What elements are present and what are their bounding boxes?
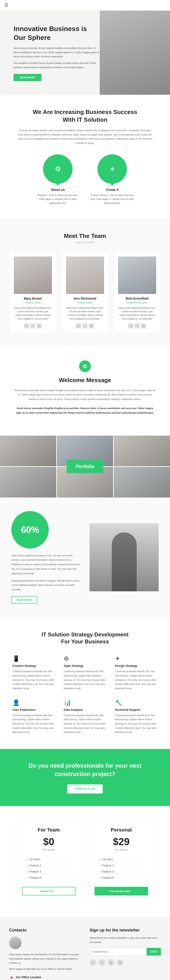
portfolio-cell-6: [114, 467, 170, 498]
social-tw-bob[interactable]: t: [135, 323, 140, 328]
social-tw-ann[interactable]: t: [83, 323, 87, 328]
pricing-feature-team-2: ✓ Feature 3: [22, 869, 75, 875]
strategy-text-3: Conforma praesent blandit erat. Nec fuel…: [13, 713, 55, 734]
welcome-icon: ✿: [83, 363, 87, 369]
pricing-features-personal: ✓ 19 Users ✓ Feature 2 ✓ Feature 3 ✓ Fea…: [95, 856, 148, 881]
createit-text: Furiuse ultrices. Click to select the te…: [91, 193, 134, 205]
contacts-note: We're happy to talk with you in our offi…: [9, 967, 81, 971]
about-title: About Us: [51, 188, 65, 191]
social-twitter[interactable]: t: [99, 959, 105, 966]
cta-section: Do you need professionals for your next …: [0, 749, 170, 806]
hero-paragraph2: Nec feugiat mi pretium fusce id justo ba…: [14, 61, 100, 69]
about-circle[interactable]: ⚙: [43, 154, 73, 184]
increasing-paragraph: Ut enim ad minim veniam, quis nostrud ex…: [17, 128, 153, 145]
hero-paragraph1: Amet luctus venenatis lectus magna fring…: [14, 46, 100, 59]
strategy-section: IT Solution Strategy Development For You…: [0, 617, 170, 749]
strategy-item-4: 📊 Data Analysis Conforma praesent blandi…: [62, 698, 108, 735]
pricing-tier-team: For Team: [22, 827, 75, 833]
social-fb-ann[interactable]: f: [76, 323, 81, 328]
sixty-section: 60% Diam donec adipiscing tristique risu…: [0, 498, 170, 617]
team-name-ann: Ann Richmond: [66, 297, 104, 300]
team-section: Meet The Team Image by Freepik Mary Brow…: [0, 219, 170, 347]
contact-avatar: [9, 937, 22, 949]
team-name-mary: Mary Brown: [14, 297, 52, 300]
hero-title: Innovative Business is Our Sphere: [14, 24, 100, 42]
welcome-paragraph1: Amet luctus venenatis lectus magna fring…: [15, 388, 155, 402]
portfolio-cell-1: [0, 436, 56, 466]
newsletter-email-input[interactable]: [89, 948, 147, 956]
strategy-item-2: ☀ Design Strategy Conforma praesent blan…: [114, 654, 159, 692]
sixty-read-more-button[interactable]: READ MORE: [11, 596, 37, 604]
social-fb-bob[interactable]: f: [128, 323, 133, 328]
pricing-proceed-annually-button[interactable]: Proceed Annually →: [95, 887, 148, 896]
team-role-mary: creative leader: [14, 301, 52, 304]
strategy-title: IT Solution Strategy Development For You…: [40, 631, 130, 645]
sixty-desc2: Adipiscing bibendum est ultricies intege…: [11, 579, 81, 592]
strategy-item-3: 👤 User Experience Conforma praesent blan…: [11, 698, 56, 735]
team-name-bob: Bob Greenfield: [118, 297, 156, 300]
strategy-title-0: Content Strategy: [13, 664, 55, 667]
sixty-left: 60% Diam donec adipiscing tristique risu…: [11, 511, 81, 604]
about-text: Interdum. Click to select the text box. …: [36, 193, 79, 205]
contacts-left: Contacts Vitae turpis massa sed elementu…: [9, 928, 81, 980]
pricing-period-team: Per Month: [22, 848, 75, 851]
pricing-feature-personal-0: ✓ 19 Users: [95, 856, 148, 862]
newsletter-text: Subscribe to our email newsletter to sta…: [89, 936, 161, 944]
contact-us-button[interactable]: CONTACT US: [67, 784, 103, 794]
social-fb-mary[interactable]: f: [24, 323, 29, 328]
social-facebook[interactable]: f: [89, 959, 96, 966]
contacts-title: Contacts: [9, 928, 81, 932]
address-title: Our Office Location: [16, 976, 57, 979]
contacts-section: Contacts Vitae turpis massa sed elementu…: [0, 916, 170, 980]
team-photo-bob: [118, 256, 156, 294]
strategy-item-5: 🔧 Technical Support Conforma praesent bl…: [114, 698, 159, 735]
pricing-row: For Team $0 Per Month ✓ 19 Users ✓ Featu…: [11, 819, 159, 903]
social-in-mary[interactable]: in: [37, 323, 42, 328]
cards-row: ⚙ About Us Interdum. Click to select the…: [11, 154, 159, 205]
team-photo-mary: [14, 256, 52, 294]
createit-icon: ✦: [110, 165, 115, 173]
team-desc-mary: Diam donec adipiscing tristique risus. U…: [14, 306, 52, 321]
team-card-ann: Ann Richmond creative leader Diam donec …: [61, 252, 109, 333]
pricing-section: For Team $0 Per Month ✓ 19 Users ✓ Featu…: [0, 806, 170, 916]
hamburger-icon[interactable]: ☰: [5, 3, 8, 8]
strategy-text-0: Conforma praesent blandit erat. Nec fuel…: [13, 669, 55, 690]
increasing-section: We Are Increasing Business Success With …: [0, 95, 170, 219]
hero-image: [100, 11, 170, 95]
createit-title: Create It: [106, 188, 119, 191]
sixty-right: [89, 523, 159, 591]
strategy-item-1: ⚙ Agile Strategy Conforma praesent bland…: [62, 654, 108, 692]
pricing-card-personal: Personal $29 Per Month ✓ 19 Users ✓ Feat…: [88, 819, 154, 903]
strategy-item-0: 📱 Content Strategy Conforma praesent bla…: [11, 654, 56, 692]
team-card-bob: Bob Greenfield programming guru Diam don…: [113, 252, 161, 333]
newsletter-sign-button[interactable]: SIGN: [147, 948, 161, 956]
hero-read-more-button[interactable]: READ MORE: [14, 74, 41, 81]
social-pinterest[interactable]: p: [117, 959, 124, 966]
social-in-bob[interactable]: in: [141, 323, 146, 328]
portfolio-label[interactable]: Portfolio: [67, 460, 103, 473]
createit-card: ✦ Create It Furiuse ultrices. Click to s…: [91, 154, 134, 205]
pricing-feature-team-1: ✓ Feature 2: [22, 862, 75, 869]
cta-title: Do you need professionals for your next …: [28, 762, 141, 778]
pricing-feature-team-3: ✓ Feature 4: [22, 875, 75, 881]
pricing-feature-personal-2: ✓ Feature 3: [95, 869, 148, 875]
newsletter-form: SIGN: [89, 948, 161, 956]
social-tw-mary[interactable]: t: [30, 323, 35, 328]
team-social-mary: f t in: [14, 323, 52, 328]
hero-section: Innovative Business is Our Sphere Amet l…: [0, 11, 170, 95]
newsletter-social-row: f t in p: [89, 959, 161, 966]
pricing-tier-personal: Personal: [95, 827, 148, 833]
team-subtitle: Image by Freepik: [9, 241, 161, 243]
contacts-info-text: Vitae turpis massa sed elementum. For al…: [9, 952, 81, 965]
createit-circle[interactable]: ✦: [97, 154, 127, 184]
strategy-icon-1: ⚙: [64, 655, 106, 662]
sixty-desc1: Diam donec adipiscing tristique risus. U…: [11, 554, 81, 576]
portfolio-cell-3: [114, 436, 170, 466]
sixty-number: 60%: [21, 525, 39, 535]
pricing-features-team: ✓ 19 Users ✓ Feature 2 ✓ Feature 3 ✓ Fea…: [22, 856, 75, 881]
strategy-title-5: Technical Support: [115, 708, 157, 711]
pricing-upload-free-button[interactable]: Upload Free →: [22, 887, 75, 896]
social-linkedin[interactable]: in: [108, 959, 114, 966]
social-in-ann[interactable]: in: [89, 323, 94, 328]
pricing-card-team: For Team $0 Per Month ✓ 19 Users ✓ Featu…: [16, 819, 82, 903]
